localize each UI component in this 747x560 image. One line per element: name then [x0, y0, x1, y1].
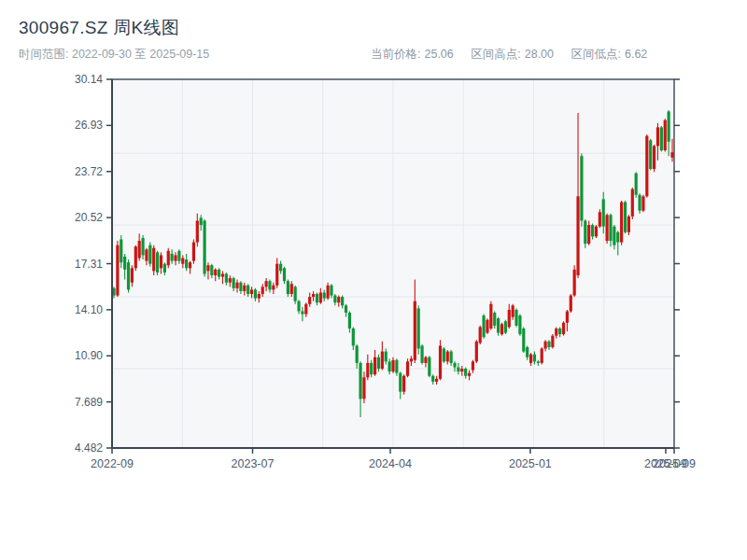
candle-body [152, 248, 155, 272]
x-tick-label: 2025-01 [509, 457, 552, 470]
candle-body [120, 239, 122, 262]
candle-body [576, 196, 579, 275]
candle-body [486, 320, 488, 333]
candle-body [225, 273, 228, 282]
candle-body [591, 225, 594, 236]
candle-body [504, 321, 507, 332]
candle-body [160, 255, 162, 268]
candle-body [562, 323, 565, 334]
candle-body [319, 292, 322, 302]
candle-body [464, 369, 467, 376]
candle-body [370, 363, 373, 374]
candle-body [606, 215, 609, 241]
candle-body [134, 246, 137, 268]
candle-body [414, 301, 416, 360]
x-tick-label: 2023-07 [232, 457, 275, 470]
candle-body [395, 360, 398, 373]
candle-body [327, 286, 330, 299]
candle-body [599, 212, 601, 226]
candle-body [670, 152, 673, 158]
candle-body [529, 355, 532, 363]
candle-body [301, 311, 303, 314]
kline-page: 300967.SZ 周K线图 时间范围: 2022-09-30 至 2025-0… [0, 0, 747, 560]
candle-body [116, 245, 119, 296]
candle-body [635, 174, 638, 195]
candle-body [428, 357, 430, 376]
candle-body [587, 225, 590, 244]
candle-body [221, 273, 224, 276]
candle-body [163, 264, 166, 273]
candle-body [609, 215, 612, 241]
candle-body [638, 195, 641, 211]
candle-body [613, 227, 615, 245]
candle-body [177, 251, 180, 261]
candle-body [522, 329, 525, 352]
x-tick-label: 2022-09 [91, 457, 134, 470]
candle-body [214, 270, 217, 275]
y-tick-label: 10.90 [75, 349, 103, 362]
candle-body [348, 313, 351, 329]
candle-body [537, 361, 540, 363]
candle-body [627, 217, 630, 232]
candle-body [653, 146, 655, 169]
y-tick-label: 20.52 [75, 211, 103, 224]
x-tick-label: 2024-04 [369, 457, 412, 470]
candle-body [446, 352, 449, 362]
candle-body [189, 262, 191, 268]
candle-body [385, 352, 388, 362]
candle-body [482, 315, 485, 337]
candle-body [258, 294, 261, 299]
candle-body [261, 287, 264, 294]
candle-body [479, 327, 482, 343]
y-tick-label: 4.482 [75, 441, 103, 455]
candle-body [341, 297, 344, 305]
candle-body [624, 202, 627, 231]
candle-body [210, 265, 213, 275]
y-tick-label: 17.31 [75, 258, 103, 271]
candle-body [668, 111, 670, 141]
candle-body [388, 361, 391, 371]
candle-body [345, 305, 347, 313]
candle-body [243, 286, 246, 291]
candle-body [374, 357, 376, 374]
candle-body [489, 304, 492, 329]
candle-body [453, 363, 456, 368]
candle-body [543, 342, 546, 349]
candle-body [620, 202, 623, 242]
candle-body [297, 301, 300, 312]
candle-body [584, 220, 586, 244]
candle-body [417, 308, 420, 348]
candle-body [148, 245, 151, 264]
candle-body [420, 345, 423, 362]
candle-body [174, 255, 176, 260]
candle-body [275, 264, 278, 286]
candle-body [290, 284, 293, 294]
candle-body [366, 363, 369, 377]
candle-body [497, 318, 500, 332]
candle-body [131, 268, 134, 282]
candle-body [406, 361, 409, 375]
candle-body [649, 140, 652, 169]
candle-body [279, 264, 282, 272]
candle-body [573, 270, 576, 296]
candle-body [533, 355, 536, 362]
candle-body [424, 357, 427, 363]
candle-body [247, 286, 249, 294]
candle-body [508, 310, 511, 327]
candle-body [308, 297, 311, 304]
candle-body [602, 199, 605, 226]
candle-body [475, 342, 478, 362]
candle-body [443, 348, 445, 361]
candle-body [472, 361, 474, 370]
candle-body [570, 296, 572, 312]
candle-body [541, 348, 543, 362]
candle-body [272, 286, 275, 290]
candle-body [377, 357, 380, 369]
candle-body [254, 289, 257, 298]
candle-body [196, 220, 199, 242]
candle-body [233, 278, 235, 288]
candle-body [200, 217, 203, 225]
candle-body [551, 336, 554, 347]
candle-body [402, 376, 405, 392]
candle-body [156, 252, 159, 273]
